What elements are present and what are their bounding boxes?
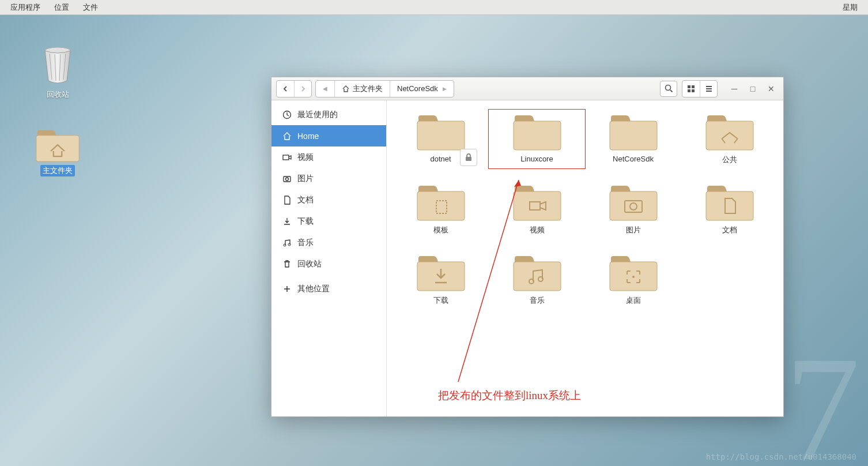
sidebar-item-pictures[interactable]: 图片 <box>271 168 386 189</box>
svg-rect-31 <box>610 191 657 220</box>
download-icon <box>282 216 292 226</box>
folder-icon <box>609 183 658 221</box>
folder-documents[interactable]: 文档 <box>681 180 778 239</box>
folder-music[interactable]: 音乐 <box>489 250 585 309</box>
music-icon <box>282 238 292 247</box>
folder-icon <box>512 113 562 151</box>
desktop-home-folder[interactable]: 主文件夹 <box>29 128 86 176</box>
document-icon <box>282 195 292 205</box>
view-list-button[interactable] <box>700 81 717 97</box>
svg-rect-29 <box>514 191 561 220</box>
minimize-button[interactable]: ─ <box>727 81 742 96</box>
folder-icon <box>705 183 754 221</box>
folder-public[interactable]: 公共 <box>681 110 778 168</box>
sidebar-item-downloads[interactable]: 下载 <box>271 211 386 232</box>
home-icon <box>342 85 350 93</box>
path-bar: ◀ 主文件夹 NetCoreSdk▶ <box>315 80 454 97</box>
watermark: http://blog.csdn.net/u014368040 <box>706 452 856 461</box>
desktop-trash[interactable]: 回收站 <box>29 45 86 100</box>
path-crumb[interactable]: NetCoreSdk▶ <box>390 81 454 97</box>
folder-icon <box>609 113 658 151</box>
desktop-trash-label: 回收站 <box>44 89 71 100</box>
folder-pictures[interactable]: 图片 <box>585 180 681 239</box>
svg-rect-27 <box>417 191 465 220</box>
search-button[interactable] <box>660 81 677 97</box>
sidebar-item-music[interactable]: 音乐 <box>271 232 386 253</box>
desktop-home-label: 主文件夹 <box>40 165 75 176</box>
svg-point-19 <box>285 178 288 181</box>
folder-icon <box>609 254 658 292</box>
close-button[interactable]: ✕ <box>764 81 779 96</box>
top-menu-bar: 应用程序 位置 文件 星期 <box>0 0 868 15</box>
svg-rect-22 <box>417 121 465 150</box>
clock-icon <box>282 110 292 119</box>
menu-date[interactable]: 星期 <box>836 2 865 13</box>
svg-rect-17 <box>283 155 289 160</box>
grid-icon <box>687 85 695 93</box>
search-icon <box>665 84 673 93</box>
folder-templates[interactable]: 模板 <box>393 180 489 239</box>
svg-rect-12 <box>692 89 695 92</box>
menu-files[interactable]: 文件 <box>76 2 105 13</box>
folder-netcoresdk[interactable]: NetCoreSdk <box>585 110 681 168</box>
svg-rect-34 <box>706 191 753 220</box>
folder-icon <box>416 113 466 151</box>
sidebar: 最近使用的 Home 视频 图片 文档 下载 音乐 回收站 其他位置 <box>271 100 387 416</box>
path-prev[interactable]: ◀ <box>316 81 334 97</box>
camera-icon <box>282 174 292 183</box>
titlebar: ◀ 主文件夹 NetCoreSdk▶ ─ □ ✕ <box>271 77 783 100</box>
trash-icon <box>40 45 75 87</box>
folder-linuxcore[interactable]: Linuxcore <box>489 110 585 168</box>
folder-icon <box>512 183 562 221</box>
svg-rect-36 <box>514 262 561 291</box>
folder-content: dotnet Linuxcore NetCoreSdk 公共 模板 <box>387 100 783 416</box>
svg-rect-11 <box>688 89 690 92</box>
path-home[interactable]: 主文件夹 <box>334 81 390 97</box>
svg-point-7 <box>665 85 670 91</box>
svg-rect-10 <box>692 85 695 88</box>
video-icon <box>282 152 292 162</box>
svg-point-40 <box>632 276 635 278</box>
home-folder-icon <box>35 128 80 163</box>
home-icon <box>282 131 292 141</box>
svg-rect-5 <box>36 136 79 161</box>
sidebar-item-home[interactable]: Home <box>271 125 386 146</box>
plus-icon <box>282 284 292 294</box>
svg-rect-25 <box>610 121 657 150</box>
forward-button[interactable] <box>294 81 311 97</box>
view-icons-button[interactable] <box>682 81 700 97</box>
sidebar-item-other[interactable]: 其他位置 <box>271 278 386 299</box>
menu-applications[interactable]: 应用程序 <box>3 2 47 13</box>
lock-icon <box>460 149 477 166</box>
folder-downloads[interactable]: 下载 <box>393 250 489 309</box>
sidebar-item-recent[interactable]: 最近使用的 <box>271 104 386 125</box>
trash-small-icon <box>282 259 292 269</box>
folder-icon <box>416 183 466 221</box>
sidebar-item-videos[interactable]: 视频 <box>271 146 386 168</box>
background-decoration: 7 <box>785 322 860 466</box>
folder-icon <box>512 254 562 292</box>
svg-rect-23 <box>466 157 471 161</box>
maximize-button[interactable]: □ <box>745 81 760 96</box>
folder-videos[interactable]: 视频 <box>489 180 585 239</box>
svg-line-8 <box>670 90 673 92</box>
folder-icon <box>416 254 466 292</box>
sidebar-item-documents[interactable]: 文档 <box>271 189 386 211</box>
annotation-text: 把发布的文件整到linux系统上 <box>438 388 581 403</box>
svg-rect-26 <box>706 121 753 150</box>
list-icon <box>705 85 713 93</box>
back-button[interactable] <box>277 81 294 97</box>
svg-rect-9 <box>688 85 690 88</box>
menu-places[interactable]: 位置 <box>47 2 76 13</box>
nav-buttons <box>276 80 312 97</box>
folder-icon <box>705 113 754 151</box>
file-manager-window: ◀ 主文件夹 NetCoreSdk▶ ─ □ ✕ 最近使用的 Home 视频 图… <box>271 77 784 417</box>
folder-desktop[interactable]: 桌面 <box>585 250 681 309</box>
folder-dotnet[interactable]: dotnet <box>393 110 489 168</box>
svg-rect-24 <box>514 121 561 150</box>
sidebar-item-trash[interactable]: 回收站 <box>271 253 386 275</box>
